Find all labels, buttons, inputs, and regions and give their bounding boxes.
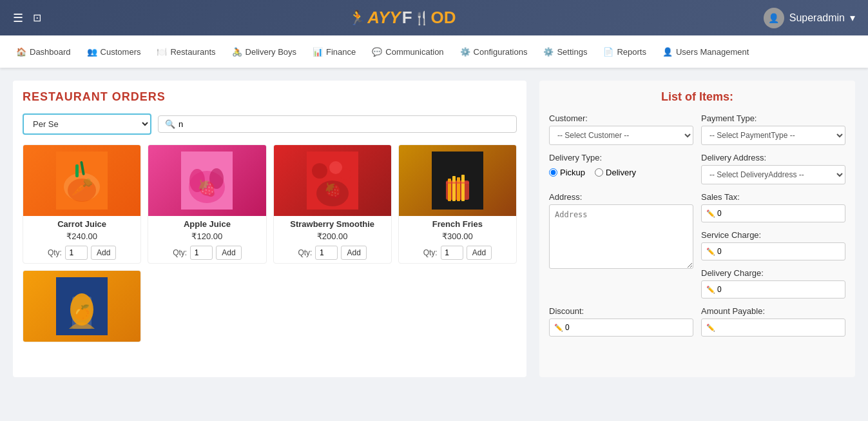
service-charge-input-wrapper: ✏️ xyxy=(701,242,845,260)
hamburger-menu-icon[interactable]: ☰ xyxy=(13,11,23,25)
customer-select[interactable]: -- Select Customer -- xyxy=(549,126,693,145)
strawberry-smoothie-name: Strawberry Smoothie xyxy=(274,216,391,230)
discount-input[interactable] xyxy=(549,318,693,337)
strawberry-smoothie-qty-row: Qty: Add xyxy=(274,242,391,263)
restaurants-icon: 🍽️ xyxy=(157,47,167,57)
bottom-form-row: Discount: ✏️ Amount Payable: ✏️ xyxy=(549,306,845,337)
dashboard-icon: 🏠 xyxy=(16,47,26,57)
nav-item-communication[interactable]: 💬 Communication xyxy=(365,44,450,60)
nav-item-finance[interactable]: 📊 Finance xyxy=(306,44,362,60)
page-title: RESTAURANT ORDERS xyxy=(23,90,517,104)
svg-text:🍊: 🍊 xyxy=(73,304,92,321)
carrot-juice-qty-row: Qty: Add xyxy=(23,242,140,263)
finance-icon: 📊 xyxy=(313,47,323,57)
customer-group: Customer: -- Select Customer -- xyxy=(549,113,693,145)
qty-input-carrot-juice[interactable] xyxy=(65,246,88,260)
apple-juice-qty-row: Qty: Add xyxy=(148,242,265,263)
add-button-french-fries[interactable]: Add xyxy=(467,246,492,260)
configurations-icon: ⚙️ xyxy=(460,47,470,57)
orange-juice-image: 🍊 xyxy=(23,271,140,342)
main-content: RESTAURANT ORDERS Per Se 🔍 xyxy=(0,68,868,390)
delivery-radio-item[interactable]: Delivery xyxy=(595,168,636,177)
sales-tax-group: Sales Tax: ✏️ Service Charge: ✏️ Deliver… xyxy=(701,192,845,299)
sales-tax-label: Sales Tax: xyxy=(701,192,845,202)
nav-item-customers[interactable]: 👥 Customers xyxy=(81,44,148,60)
nav-item-configurations[interactable]: ⚙️ Configurations xyxy=(454,44,534,60)
nav-item-settings[interactable]: ⚙️ Settings xyxy=(537,44,593,60)
amount-payable-input[interactable] xyxy=(701,318,845,337)
amount-payable-input-wrapper: ✏️ xyxy=(701,318,845,337)
nav-communication-label: Communication xyxy=(385,47,443,57)
logo-fork-icon: 🍴 xyxy=(414,10,430,26)
svg-rect-21 xyxy=(457,177,460,201)
nav-item-delivery-boys[interactable]: 🚴 Delivery Boys xyxy=(226,44,303,60)
logo-f: F xyxy=(402,8,412,28)
qty-label-apple: Qty: xyxy=(173,248,187,257)
amount-payable-edit-icon: ✏️ xyxy=(706,324,715,332)
apple-juice-name: Apple Juice xyxy=(148,216,265,230)
nav-configurations-label: Configurations xyxy=(474,47,528,57)
nav-item-reports[interactable]: 📄 Reports xyxy=(597,44,653,60)
delivery-address-select[interactable]: -- Select DeliveryAddress -- xyxy=(701,165,845,184)
nav-restaurants-label: Restaurants xyxy=(170,47,215,57)
nav-settings-label: Settings xyxy=(557,47,587,57)
french-fries-image xyxy=(399,145,516,216)
amount-payable-group: Amount Payable: ✏️ xyxy=(701,306,845,337)
search-input[interactable] xyxy=(178,119,510,129)
communication-icon: 💬 xyxy=(372,47,382,57)
delivery-charge-label: Delivery Charge: xyxy=(701,268,845,278)
svg-rect-23 xyxy=(446,182,469,184)
add-button-carrot-juice[interactable]: Add xyxy=(91,246,116,260)
filter-bar: Per Se 🔍 xyxy=(23,113,517,135)
qty-input-strawberry-smoothie[interactable] xyxy=(315,246,338,260)
logo-ayy: AYY xyxy=(367,8,401,28)
navbar: 🏠 Dashboard 👥 Customers 🍽️ Restaurants 🚴… xyxy=(0,35,868,68)
qty-input-french-fries[interactable] xyxy=(441,246,463,260)
reports-icon: 📄 xyxy=(603,47,613,57)
nav-item-restaurants[interactable]: 🍽️ Restaurants xyxy=(150,44,222,60)
french-fries-name: French Fries xyxy=(399,216,516,230)
header-left: ☰ ⊡ xyxy=(13,11,41,25)
product-card-strawberry-smoothie: 🍓 Strawberry Smoothie ₹200.00 Qty: Add xyxy=(273,144,392,264)
nav-reports-label: Reports xyxy=(617,47,646,57)
svg-rect-2 xyxy=(75,164,79,177)
address-group: Address: xyxy=(549,192,693,299)
grid-icon[interactable]: ⊡ xyxy=(33,12,41,24)
user-avatar[interactable]: 👤 xyxy=(764,8,784,28)
nav-item-users-management[interactable]: 👤 Users Management xyxy=(656,44,755,60)
qty-input-apple-juice[interactable] xyxy=(190,246,213,260)
service-charge-input[interactable] xyxy=(701,242,845,260)
svg-point-12 xyxy=(312,163,327,179)
service-charge-edit-icon: ✏️ xyxy=(706,248,715,256)
user-dropdown-icon[interactable]: ▾ xyxy=(850,12,855,24)
pickup-label: Pickup xyxy=(560,168,585,177)
delivery-charge-input[interactable] xyxy=(701,280,845,299)
add-button-strawberry-smoothie[interactable]: Add xyxy=(341,246,366,260)
right-panel-title: List of Items: xyxy=(549,90,845,104)
french-fries-qty-row: Qty: Add xyxy=(399,242,516,263)
carrot-juice-name: Carrot Juice xyxy=(23,216,140,230)
nav-item-dashboard[interactable]: 🏠 Dashboard xyxy=(10,44,77,60)
svg-text:🥕: 🥕 xyxy=(71,177,93,198)
strawberry-smoothie-price: ₹200.00 xyxy=(274,230,391,242)
discount-edit-icon: ✏️ xyxy=(554,324,563,332)
search-icon: 🔍 xyxy=(165,119,175,129)
add-button-apple-juice[interactable]: Add xyxy=(216,246,241,260)
nav-finance-label: Finance xyxy=(326,47,356,57)
address-label: Address: xyxy=(549,192,693,202)
restaurant-select[interactable]: Per Se xyxy=(23,113,151,135)
delivery-type-radio-group: Pickup Delivery xyxy=(549,168,693,177)
customers-icon: 👥 xyxy=(87,47,97,57)
payment-type-label: Payment Type: xyxy=(701,113,845,123)
carrot-juice-price: ₹240.00 xyxy=(23,230,140,242)
delivery-radio[interactable] xyxy=(595,168,603,177)
address-textarea[interactable] xyxy=(549,204,693,269)
left-panel: RESTAURANT ORDERS Per Se 🔍 xyxy=(13,81,526,377)
pickup-radio[interactable] xyxy=(549,168,557,177)
qty-label-strawberry: Qty: xyxy=(298,248,312,257)
settings-icon: ⚙️ xyxy=(543,47,554,57)
payment-type-select[interactable]: -- Select PaymentType -- xyxy=(701,126,845,145)
sales-tax-input[interactable] xyxy=(701,204,845,222)
product-card-apple-juice: 🍓 Apple Juice ₹120.00 Qty: Add xyxy=(148,144,266,264)
pickup-radio-item[interactable]: Pickup xyxy=(549,168,585,177)
